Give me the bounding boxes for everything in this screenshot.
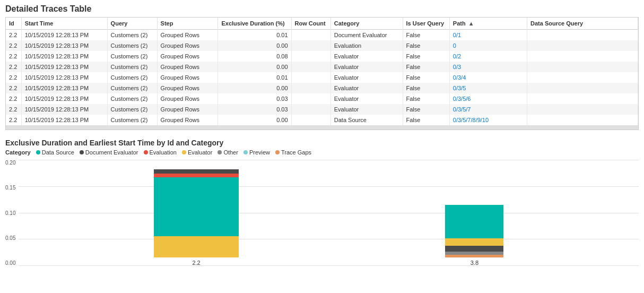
cell-rowCount	[291, 30, 330, 41]
bar-segment-document-evaluator	[154, 169, 239, 173]
cell-id: 2.2	[6, 93, 21, 104]
cell-rowCount	[291, 83, 330, 93]
table-row: 2.210/15/2019 12:28:13 PMCustomers (2)Gr…	[6, 40, 638, 51]
stacked-bar	[154, 169, 239, 257]
cell-path: 0/3/5	[449, 83, 527, 93]
cell-exclusiveDuration: 0.01	[218, 72, 291, 83]
legend-category-label: Category	[5, 149, 31, 156]
y-axis-label: 0.10	[5, 210, 15, 216]
cell-id: 2.2	[6, 51, 21, 62]
cell-isUserQuery: False	[403, 83, 449, 93]
cell-rowCount	[291, 104, 330, 115]
cell-query: Customers (2)	[107, 30, 157, 41]
detailed-traces-table: Id Start Time Query Step Exclusive Durat…	[6, 18, 638, 125]
cell-id: 2.2	[6, 30, 21, 41]
cell-id: 2.2	[6, 40, 21, 51]
cell-id: 2.2	[6, 83, 21, 93]
col-category[interactable]: Category	[330, 18, 403, 30]
table-row: 2.210/15/2019 12:28:13 PMCustomers (2)Gr…	[6, 83, 638, 93]
col-query[interactable]: Query	[107, 18, 157, 30]
col-id[interactable]: Id	[6, 18, 21, 30]
chart-section: Exclusive Duration and Earliest Start Ti…	[5, 136, 639, 279]
cell-query: Customers (2)	[107, 115, 157, 125]
cell-dataSourceQuery	[527, 30, 638, 41]
cell-exclusiveDuration: 0.03	[218, 104, 291, 115]
cell-exclusiveDuration: 0.08	[218, 51, 291, 62]
table-body: 2.210/15/2019 12:28:13 PMCustomers (2)Gr…	[6, 30, 638, 126]
col-step[interactable]: Step	[157, 18, 218, 30]
page-container: Detailed Traces Table Id Start Time Quer…	[0, 0, 644, 283]
bar-segment-data-source	[445, 205, 503, 238]
cell-isUserQuery: False	[403, 62, 449, 72]
cell-category: Document Evaluator	[330, 30, 403, 41]
cell-step: Grouped Rows	[157, 72, 218, 83]
cell-dataSourceQuery	[527, 40, 638, 51]
table-container[interactable]: Id Start Time Query Step Exclusive Durat…	[5, 17, 639, 130]
cell-path: 0/1	[449, 30, 527, 41]
cell-exclusiveDuration: 0.00	[218, 62, 291, 72]
chart-plot: 2.23.8	[19, 160, 639, 277]
cell-query: Customers (2)	[107, 72, 157, 83]
legend-dot	[36, 150, 40, 154]
legend-dot	[182, 150, 186, 154]
cell-dataSourceQuery	[527, 93, 638, 104]
table-row: 2.210/15/2019 12:28:13 PMCustomers (2)Gr…	[6, 93, 638, 104]
cell-path: 0/3/5/7	[449, 104, 527, 115]
cell-startTime: 10/15/2019 12:28:13 PM	[21, 72, 107, 83]
cell-startTime: 10/15/2019 12:28:13 PM	[21, 51, 107, 62]
legend-dot	[144, 150, 148, 154]
bar-group: 2.2	[154, 169, 239, 266]
legend-label: Trace Gaps	[281, 149, 311, 156]
legend-label: Document Evaluator	[85, 149, 138, 156]
cell-isUserQuery: False	[403, 40, 449, 51]
table-row: 2.210/15/2019 12:28:13 PMCustomers (2)Gr…	[6, 104, 638, 115]
cell-startTime: 10/15/2019 12:28:13 PM	[21, 62, 107, 72]
cell-step: Grouped Rows	[157, 83, 218, 93]
horizontal-scrollbar[interactable]	[6, 125, 638, 130]
cell-category: Evaluator	[330, 83, 403, 93]
col-start-time[interactable]: Start Time	[21, 18, 107, 30]
cell-query: Customers (2)	[107, 40, 157, 51]
cell-path: 0/3/5/6	[449, 93, 527, 104]
cell-path: 0/3	[449, 62, 527, 72]
cell-path: 0	[449, 40, 527, 51]
legend-label: Other	[223, 149, 238, 156]
cell-isUserQuery: False	[403, 72, 449, 83]
cell-category: Evaluator	[330, 72, 403, 83]
col-exclusive-duration[interactable]: Exclusive Duration (%)	[218, 18, 291, 30]
cell-step: Grouped Rows	[157, 51, 218, 62]
cell-dataSourceQuery	[527, 62, 638, 72]
table-row: 2.210/15/2019 12:28:13 PMCustomers (2)Gr…	[6, 115, 638, 125]
cell-step: Grouped Rows	[157, 62, 218, 72]
table-row: 2.210/15/2019 12:28:13 PMCustomers (2)Gr…	[6, 51, 638, 62]
cell-startTime: 10/15/2019 12:28:13 PM	[21, 40, 107, 51]
bar-segment-evaluator	[445, 238, 503, 246]
bar-x-label: 3.8	[471, 260, 478, 266]
chart-area: 0.200.150.100.050.00 2.23.8	[5, 160, 639, 277]
cell-category: Evaluator	[330, 62, 403, 72]
chart-legend: Category Data SourceDocument EvaluatorEv…	[5, 149, 639, 156]
cell-startTime: 10/15/2019 12:28:13 PM	[21, 83, 107, 93]
legend-item: Data Source	[36, 149, 74, 156]
cell-isUserQuery: False	[403, 51, 449, 62]
y-axis-label: 0.20	[5, 160, 15, 166]
cell-exclusiveDuration: 0.03	[218, 93, 291, 104]
sort-icon: ▲	[468, 20, 473, 27]
col-path[interactable]: Path ▲	[449, 18, 527, 30]
legend-label: Evaluation	[150, 149, 177, 156]
col-data-source-query[interactable]: Data Source Query	[527, 18, 638, 30]
cell-rowCount	[291, 62, 330, 72]
cell-query: Customers (2)	[107, 62, 157, 72]
cell-startTime: 10/15/2019 12:28:13 PM	[21, 30, 107, 41]
cell-isUserQuery: False	[403, 30, 449, 41]
cell-exclusiveDuration: 0.01	[218, 30, 291, 41]
legend-item: Document Evaluator	[80, 149, 138, 156]
cell-isUserQuery: False	[403, 93, 449, 104]
cell-dataSourceQuery	[527, 51, 638, 62]
col-row-count[interactable]: Row Count	[291, 18, 330, 30]
legend-dot	[275, 150, 280, 154]
bar-x-label: 2.2	[192, 260, 200, 266]
bar-segment-trace-gaps	[445, 255, 503, 257]
col-is-user-query[interactable]: Is User Query	[403, 18, 449, 30]
bar-segment-document-evaluator	[445, 246, 503, 252]
